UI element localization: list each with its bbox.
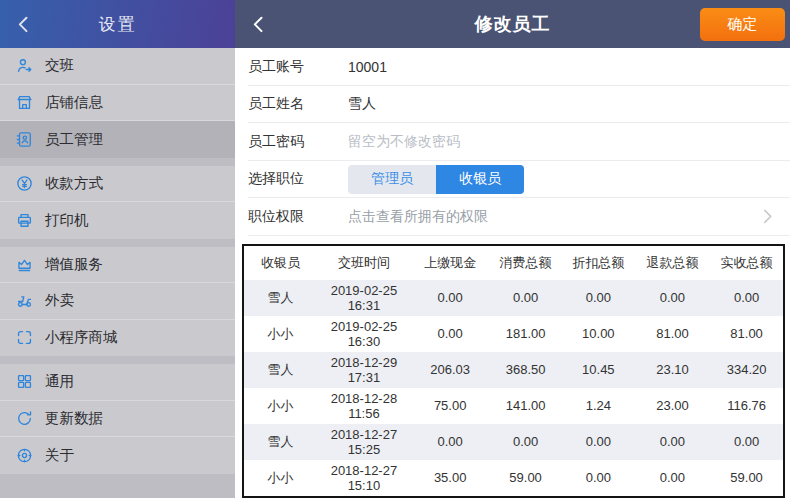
grid-icon [14, 372, 34, 392]
employee-form: 员工账号 10001 员工姓名 雪人 员工密码 留空为不修改密码 选择职位 管理… [235, 48, 790, 236]
employee-name-label: 员工姓名 [248, 95, 348, 113]
table-cell: 0.00 [562, 280, 635, 316]
scooter-icon [14, 291, 34, 311]
table-cell: 141.00 [489, 388, 562, 424]
table-row: 雪人2018-12-27 15:250.000.000.000.000.00 [244, 424, 783, 460]
sidebar-item-payment-methods[interactable]: 收款方式 [0, 166, 235, 203]
sidebar-group: 收款方式打印机 [0, 166, 235, 239]
position-permission-value: 点击查看所拥有的权限 [348, 208, 488, 226]
position-select-row: 选择职位 管理员 收银员 [235, 161, 790, 199]
table-cell: 0.00 [710, 280, 783, 316]
table-cell: 雪人 [244, 424, 317, 460]
table-cell: 0.00 [635, 424, 710, 460]
sidebar-item-employee-management[interactable]: 员工管理 [0, 121, 235, 158]
sidebar-title: 设置 [99, 13, 137, 36]
employee-name-row: 员工姓名 雪人 [235, 86, 790, 124]
table-cell: 10.45 [562, 352, 635, 388]
sidebar-item-takeout[interactable]: 外卖 [0, 283, 235, 320]
table-cell: 小小 [244, 460, 317, 496]
position-select-label: 选择职位 [248, 170, 348, 188]
table-cell: 0.00 [562, 424, 635, 460]
table-cell: 23.00 [635, 388, 710, 424]
table-cell: 2019-02-25 16:31 [317, 280, 411, 316]
table-cell: 0.00 [411, 280, 489, 316]
table-cell: 59.00 [489, 460, 562, 496]
sidebar-item-printer[interactable]: 打印机 [0, 202, 235, 239]
employee-name-field[interactable]: 雪人 [348, 95, 376, 113]
employee-password-label: 员工密码 [248, 133, 348, 151]
sidebar-item-store-info[interactable]: 店铺信息 [0, 85, 235, 122]
table-cell: 2019-02-25 16:30 [317, 316, 411, 352]
person-arrows-icon [14, 56, 34, 76]
sidebar-item-label: 增值服务 [45, 255, 103, 274]
table-cell: 小小 [244, 388, 317, 424]
table-cell: 2018-12-27 15:25 [317, 424, 411, 460]
chevron-left-icon [249, 14, 269, 34]
settings-sidebar: 设置 交班店铺信息员工管理收款方式打印机增值服务外卖小程序商城通用更新数据关于 [0, 0, 235, 498]
shift-report-table: 收银员交班时间上缴现金消费总额折扣总额退款总额实收总额 雪人2019-02-25… [242, 244, 785, 498]
sidebar-item-shift-handover[interactable]: 交班 [0, 48, 235, 85]
table-header-cell: 实收总额 [710, 246, 783, 280]
table-header-row: 收银员交班时间上缴现金消费总额折扣总额退款总额实收总额 [244, 246, 783, 280]
sidebar-item-label: 店铺信息 [45, 93, 103, 112]
table-cell: 0.00 [635, 280, 710, 316]
sidebar-item-label: 打印机 [45, 211, 89, 230]
sidebar-item-label: 小程序商城 [45, 328, 118, 347]
app-window: 设置 交班店铺信息员工管理收款方式打印机增值服务外卖小程序商城通用更新数据关于 … [0, 0, 790, 498]
page-title: 修改员工 [475, 12, 551, 36]
position-permission-label: 职位权限 [248, 208, 348, 226]
sidebar-group: 通用更新数据关于 [0, 364, 235, 474]
main-back-button[interactable] [249, 0, 269, 48]
table-cell: 59.00 [710, 460, 783, 496]
id-badge-icon [14, 129, 34, 149]
table-cell: 181.00 [489, 316, 562, 352]
table-cell: 0.00 [411, 424, 489, 460]
confirm-button[interactable]: 确定 [700, 8, 785, 41]
sidebar-item-label: 关于 [45, 446, 74, 465]
main-panel: 修改员工 确定 员工账号 10001 员工姓名 雪人 员工密码 留空为不修改密码… [235, 0, 790, 498]
sidebar-item-value-added-services[interactable]: 增值服务 [0, 247, 235, 284]
employee-password-field[interactable]: 留空为不修改密码 [348, 133, 460, 151]
position-permission-row[interactable]: 职位权限 点击查看所拥有的权限 [235, 198, 790, 236]
sidebar-group: 增值服务外卖小程序商城 [0, 247, 235, 357]
table-cell: 23.10 [635, 352, 710, 388]
table-header-cell: 上缴现金 [411, 246, 489, 280]
table-cell: 116.76 [710, 388, 783, 424]
sidebar-item-general[interactable]: 通用 [0, 364, 235, 401]
employee-password-row: 员工密码 留空为不修改密码 [235, 123, 790, 161]
sidebar-item-mini-program-mall[interactable]: 小程序商城 [0, 320, 235, 357]
position-option-admin[interactable]: 管理员 [348, 165, 436, 194]
table-cell: 0.00 [710, 424, 783, 460]
crown-icon [14, 254, 34, 274]
table-cell: 2018-12-27 15:10 [317, 460, 411, 496]
sidebar-nav: 交班店铺信息员工管理收款方式打印机增值服务外卖小程序商城通用更新数据关于 [0, 48, 235, 498]
employee-account-row: 员工账号 10001 [235, 48, 790, 86]
table-header-cell: 交班时间 [317, 246, 411, 280]
table-cell: 75.00 [411, 388, 489, 424]
table-cell: 206.03 [411, 352, 489, 388]
table-cell: 368.50 [489, 352, 562, 388]
table-cell: 0.00 [489, 424, 562, 460]
position-option-cashier[interactable]: 收银员 [436, 165, 524, 194]
table-row: 雪人2018-12-29 17:31206.03368.5010.4523.10… [244, 352, 783, 388]
table-cell: 2018-12-28 11:56 [317, 388, 411, 424]
sidebar-back-button[interactable] [14, 0, 34, 48]
table-header-cell: 收银员 [244, 246, 317, 280]
sidebar-item-about[interactable]: 关于 [0, 437, 235, 474]
table-cell: 0.00 [411, 316, 489, 352]
sidebar-header: 设置 [0, 0, 235, 48]
table-cell: 334.20 [710, 352, 783, 388]
sidebar-group: 交班店铺信息员工管理 [0, 48, 235, 158]
table-cell: 小小 [244, 316, 317, 352]
main-header: 修改员工 确定 [235, 0, 790, 48]
position-segmented-control: 管理员 收银员 [348, 165, 524, 194]
table-cell: 0.00 [635, 460, 710, 496]
table-cell: 35.00 [411, 460, 489, 496]
sidebar-item-update-data[interactable]: 更新数据 [0, 401, 235, 438]
refresh-icon [14, 408, 34, 428]
table-cell: 81.00 [635, 316, 710, 352]
yuan-circle-icon [14, 173, 34, 193]
table-header-cell: 折扣总额 [562, 246, 635, 280]
table-header-cell: 消费总额 [489, 246, 562, 280]
employee-account-field[interactable]: 10001 [348, 59, 387, 75]
